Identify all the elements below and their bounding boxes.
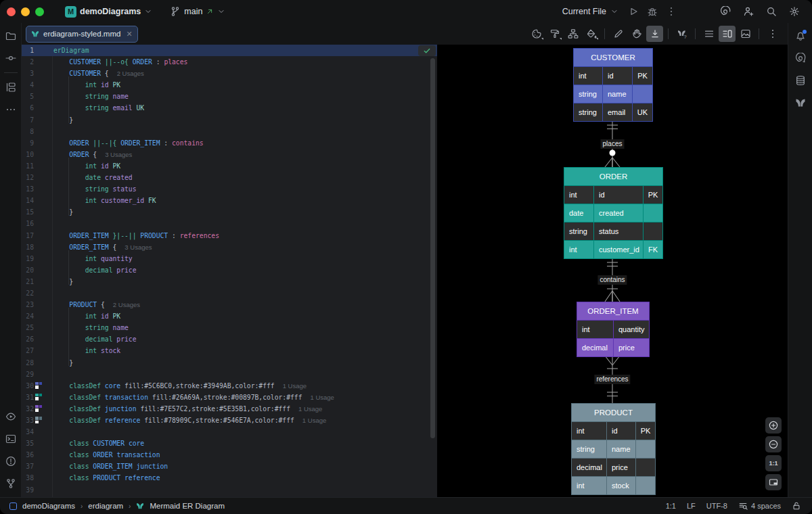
fit-content-button[interactable] <box>765 474 782 490</box>
terminal-tool-button[interactable] <box>3 431 19 447</box>
diagram-canvas[interactable]: 1:1 CUSTOMERintidPKstringnamestringemail… <box>437 45 788 497</box>
code-line-13[interactable]: 13 string status <box>22 183 437 195</box>
breadcrumb-project[interactable]: demoDiagrams <box>22 502 75 510</box>
code-line-3[interactable]: 3 CUSTOMER {2 Usages <box>22 68 437 79</box>
color-swatches[interactable] <box>35 415 44 426</box>
code-line-6[interactable]: 6 string email UK <box>22 102 437 114</box>
code-line-20[interactable]: 20 decimal price <box>22 264 437 276</box>
hand-icon[interactable] <box>628 26 645 42</box>
code-line-39[interactable]: 39 <box>22 484 437 496</box>
code-line-7[interactable]: 7 } <box>22 114 437 126</box>
code-line-2[interactable]: 2 CUSTOMER ||--o{ ORDER : places <box>22 56 437 68</box>
usage-hint[interactable]: 2 Usages <box>113 301 140 308</box>
mermaid-config-icon[interactable]: ? <box>673 26 690 42</box>
run-button[interactable] <box>628 6 639 17</box>
code-line-34[interactable]: 34 <box>22 426 437 438</box>
zoom-out-button[interactable] <box>765 436 782 452</box>
pencil-icon[interactable] <box>610 26 627 42</box>
mermaid-tool-button[interactable] <box>792 95 809 111</box>
usage-hint[interactable]: 1 Usage <box>311 394 334 401</box>
usage-hint[interactable]: 1 Usage <box>283 382 307 390</box>
kebab-menu-icon[interactable] <box>764 26 781 42</box>
tab-close-icon[interactable]: ✕ <box>126 30 132 39</box>
color-swatches[interactable] <box>35 380 44 392</box>
structure-tool-button[interactable] <box>3 79 19 95</box>
code-line-37[interactable]: 37 class ORDER_ITEM junction <box>22 461 437 472</box>
search-icon[interactable] <box>763 3 780 20</box>
paint-roller-icon[interactable] <box>546 26 563 42</box>
zoom-in-button[interactable] <box>765 417 782 434</box>
commit-tool-button[interactable] <box>3 50 19 66</box>
tab-erdiagram-styled[interactable]: erdiagram-styled.mmd ✕ <box>26 26 138 43</box>
indent-widget[interactable]: 4 spaces <box>738 501 781 511</box>
code-line-27[interactable]: 27 int stock <box>22 345 437 356</box>
code-line-29[interactable]: 29 <box>22 369 437 380</box>
color-swatches[interactable] <box>35 403 44 415</box>
more-actions-button[interactable] <box>666 6 677 17</box>
notifications-bell-icon[interactable] <box>792 28 809 44</box>
breadcrumb-element[interactable]: Mermaid ER Diagram <box>150 502 225 510</box>
code-line-22[interactable]: 22 <box>22 287 437 299</box>
code-line-17[interactable]: 17 ORDER_ITEM }|--|| PRODUCT : reference… <box>22 230 437 241</box>
close-window-button[interactable] <box>7 7 16 16</box>
code-line-5[interactable]: 5 string name <box>22 91 437 102</box>
code-line-9[interactable]: 9 ORDER ||--|{ ORDER_ITEM : contains <box>22 137 437 149</box>
database-tool-button[interactable] <box>792 72 809 89</box>
code-line-30[interactable]: 30 classDef core fill:#5C6BC0,stroke:#39… <box>22 380 437 392</box>
encoding-widget[interactable]: UTF-8 <box>706 502 727 510</box>
code-line-10[interactable]: 10 ORDER {3 Usages <box>22 149 437 160</box>
project-tool-button[interactable] <box>3 28 19 44</box>
code-line-1[interactable]: 1erDiagram <box>22 45 437 56</box>
code-line-32[interactable]: 32 classDef junction fill:#7E57C2,stroke… <box>22 403 437 415</box>
code-line-23[interactable]: 23 PRODUCT {2 Usages <box>22 299 437 310</box>
usage-hint[interactable]: 2 Usages <box>117 70 144 77</box>
add-user-icon[interactable] <box>740 3 757 20</box>
settings-gear-icon[interactable] <box>786 3 803 20</box>
download-box-icon[interactable] <box>646 26 663 42</box>
code-line-26[interactable]: 26 decimal price <box>22 333 437 345</box>
breadcrumb-folder[interactable]: erdiagram <box>88 502 123 510</box>
code-line-33[interactable]: 33 classDef reference fill:#78909C,strok… <box>22 415 437 426</box>
minimize-window-button[interactable] <box>21 7 30 16</box>
code-line-31[interactable]: 31 classDef transaction fill:#26A69A,str… <box>22 392 437 403</box>
caret-position-widget[interactable]: 1:1 <box>666 502 676 510</box>
usage-hint[interactable]: 3 Usages <box>125 243 152 251</box>
ai-chat-tool-button[interactable] <box>792 50 809 66</box>
palette-icon[interactable] <box>528 26 545 42</box>
run-configuration-selector[interactable]: Current File <box>562 7 618 16</box>
code-line-25[interactable]: 25 string name <box>22 322 437 333</box>
project-widget[interactable]: M demoDiagrams <box>61 4 156 20</box>
split-view-icon[interactable] <box>719 26 736 42</box>
problems-tool-button[interactable] <box>3 453 19 469</box>
image-preview-icon[interactable] <box>737 26 754 42</box>
paint-bucket-icon[interactable] <box>583 26 600 42</box>
list-lines-icon[interactable] <box>700 26 717 42</box>
code-line-14[interactable]: 14 int customer_id FK <box>22 195 437 206</box>
code-line-16[interactable]: 16 <box>22 218 437 229</box>
line-ending-widget[interactable]: LF <box>687 502 696 510</box>
code-line-12[interactable]: 12 date created <box>22 172 437 183</box>
editor-scrollbar[interactable] <box>430 58 435 438</box>
usage-hint[interactable]: 1 Usage <box>298 405 322 413</box>
code-line-11[interactable]: 11 int id PK <box>22 160 437 172</box>
services-tool-button[interactable] <box>3 408 19 425</box>
vcs-widget[interactable]: main <box>166 4 229 19</box>
code-line-28[interactable]: 28 } <box>22 357 437 369</box>
zoom-reset-button[interactable]: 1:1 <box>765 455 782 471</box>
usage-hint[interactable]: 1 Usage <box>302 417 326 424</box>
unlock-icon[interactable] <box>792 501 801 511</box>
code-line-24[interactable]: 24 int id PK <box>22 310 437 322</box>
code-line-19[interactable]: 19 int quantity <box>22 253 437 264</box>
code-line-18[interactable]: 18 ORDER_ITEM {3 Usages <box>22 241 437 253</box>
code-editor[interactable]: 1erDiagram2 CUSTOMER ||--o{ ORDER : plac… <box>22 45 437 497</box>
git-tool-button[interactable] <box>3 475 19 492</box>
code-line-4[interactable]: 4 int id PK <box>22 79 437 91</box>
debug-button[interactable] <box>647 6 658 17</box>
ai-assistant-icon[interactable] <box>717 3 734 20</box>
usage-hint[interactable]: 3 Usages <box>105 151 132 158</box>
maximize-window-button[interactable] <box>35 7 44 16</box>
code-line-21[interactable]: 21 } <box>22 276 437 287</box>
code-line-35[interactable]: 35 class CUSTOMER core <box>22 438 437 449</box>
code-line-8[interactable]: 8 <box>22 126 437 137</box>
inspections-widget[interactable] <box>418 45 436 56</box>
